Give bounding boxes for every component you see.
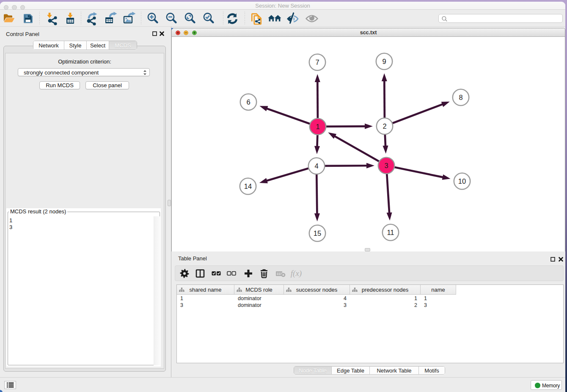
clone-network-button[interactable]	[249, 11, 263, 26]
table-cell[interactable]: dominator	[234, 295, 284, 302]
control-panel-tab-network[interactable]: Network	[33, 41, 64, 50]
show-all-button[interactable]	[305, 11, 319, 26]
graph-edge-arrowhead	[365, 124, 373, 129]
table-tab-edge-table[interactable]: Edge Table	[332, 367, 370, 374]
graph-edge-3-10[interactable]	[386, 166, 443, 177]
column-header-successor-nodes[interactable]: successor nodes	[284, 285, 350, 294]
graph-node-label: 9	[382, 58, 386, 65]
plus-icon	[243, 268, 254, 279]
network-window-title: scc.txt	[172, 30, 565, 36]
graph-edge-2-8[interactable]	[385, 104, 443, 126]
export-network-icon	[85, 11, 100, 26]
control-panel-tab-mcds[interactable]: MCDS	[109, 41, 137, 50]
first-neighbors-button[interactable]	[267, 11, 282, 26]
open-folder-icon	[2, 11, 17, 26]
close-panel-button[interactable]: Close panel	[85, 81, 129, 89]
table-row[interactable]: 3dominator323	[177, 302, 456, 309]
table-row[interactable]: 1dominator411	[177, 295, 456, 302]
table-cell[interactable]: 1	[177, 295, 234, 302]
column-namespace-icon	[352, 287, 358, 293]
apply-layout-button[interactable]	[225, 11, 239, 26]
column-header-predecessor-nodes[interactable]: predecessor nodes	[350, 285, 421, 294]
export-image-button[interactable]	[122, 11, 136, 26]
zoom-fit-button[interactable]	[183, 11, 198, 26]
table-cell[interactable]: 3	[421, 302, 456, 309]
table-tab-node-table[interactable]: Node Table	[294, 367, 332, 374]
column-header-name[interactable]: name	[421, 285, 456, 294]
hide-selected-button[interactable]	[286, 11, 300, 26]
graph-edge-arrowhead	[441, 102, 450, 107]
table-cell[interactable]: 1	[350, 295, 421, 302]
table-cell[interactable]: dominator	[234, 302, 284, 309]
table-cell[interactable]: 4	[284, 295, 350, 302]
add-column-button[interactable]	[243, 268, 254, 279]
run-mcds-button[interactable]: Run MCDS	[39, 81, 80, 89]
graph-node-label: 8	[459, 94, 462, 101]
save-session-button[interactable]	[21, 11, 35, 26]
optimization-criterion-select[interactable]: strongly connected component	[18, 68, 150, 76]
memory-button[interactable]: Memory	[531, 380, 562, 390]
delete-column-button[interactable]	[259, 268, 270, 279]
control-panel-tab-select[interactable]: Select	[87, 41, 109, 50]
import-table-icon	[63, 11, 77, 26]
application-window: Session: New Session	[0, 2, 565, 392]
column-header-label: successor nodes	[296, 287, 338, 293]
zoom-in-button[interactable]	[146, 11, 160, 26]
unchecked-boxes-icon	[226, 268, 237, 279]
table-panel-float-button[interactable]	[550, 256, 556, 262]
table-cell[interactable]: 1	[421, 295, 456, 302]
mcds-result-item[interactable]: 3	[6, 224, 150, 231]
delete-table-icon	[275, 268, 286, 279]
search-box[interactable]	[438, 14, 563, 23]
table-settings-button[interactable]	[179, 268, 190, 279]
delete-table-button[interactable]	[275, 268, 286, 279]
table-cell[interactable]: 3	[284, 302, 350, 309]
network-canvas[interactable]: 7968124314101511	[172, 37, 565, 252]
trash-icon	[259, 268, 270, 279]
export-network-button[interactable]	[85, 11, 100, 26]
window-title: Session: New Session	[0, 3, 565, 9]
table-cell[interactable]: 2	[350, 302, 421, 309]
open-file-button[interactable]	[2, 11, 17, 26]
table-cell[interactable]: 3	[177, 302, 234, 309]
control-panel-float-button[interactable]	[152, 30, 157, 36]
control-panel-close-button[interactable]	[159, 30, 165, 36]
optimization-criterion-value: strongly connected component	[24, 69, 99, 76]
import-network-button[interactable]	[44, 11, 59, 26]
table-toolbar: f(x)	[175, 265, 564, 281]
table-tab-motifs[interactable]: Motifs	[419, 367, 445, 374]
refresh-icon	[225, 11, 239, 26]
toggle-columns-button[interactable]	[195, 268, 206, 279]
mcds-result-list[interactable]: 13	[6, 217, 150, 230]
export-table-button[interactable]	[104, 11, 118, 26]
control-panel-tab-style[interactable]: Style	[64, 41, 87, 50]
task-history-button[interactable]	[4, 381, 16, 389]
clone-network-icon	[249, 11, 263, 26]
table-tab-network-table[interactable]: Network Table	[370, 367, 419, 374]
deselect-all-columns-button[interactable]	[226, 268, 237, 279]
column-header-MCDS-role[interactable]: MCDS role	[234, 285, 284, 294]
table-panel-close-button[interactable]	[558, 256, 564, 262]
function-builder-button[interactable]: f(x)	[289, 268, 304, 279]
search-input[interactable]	[449, 15, 560, 22]
select-all-columns-button[interactable]	[211, 268, 222, 279]
graph-edge-arrowhead	[383, 146, 388, 154]
graph-edge-3-1[interactable]	[334, 136, 386, 166]
graph-node-label: 1	[316, 123, 319, 130]
zoom-out-button[interactable]	[165, 11, 179, 26]
result-scrollbar[interactable]	[154, 216, 160, 365]
control-panel-tab-pane: Optimization criterion: strongly connect…	[3, 46, 166, 372]
import-table-button[interactable]	[63, 11, 77, 26]
node-table: shared nameMCDS rolesuccessor nodesprede…	[176, 284, 564, 363]
export-table-icon	[104, 11, 118, 26]
column-header-shared-name[interactable]: shared name	[177, 285, 234, 294]
mcds-result-item[interactable]: 1	[6, 217, 150, 224]
vertical-splitter-handle[interactable]	[168, 200, 171, 206]
zoom-selected-button[interactable]	[202, 11, 216, 26]
table-panel-title: Table Panel	[178, 255, 207, 262]
network-window-titlebar: scc.txt	[172, 28, 565, 37]
save-icon	[21, 11, 35, 26]
horizontal-splitter-handle[interactable]	[365, 248, 370, 251]
graph-node-label: 2	[383, 122, 386, 130]
window-titlebar: Session: New Session	[0, 2, 565, 10]
